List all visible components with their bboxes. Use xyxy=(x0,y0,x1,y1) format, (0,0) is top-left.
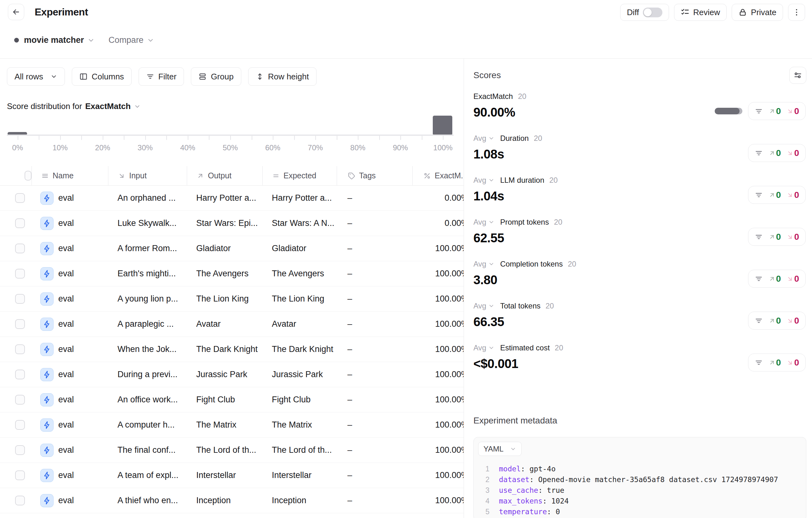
metric-filter-group[interactable]: 0 0 xyxy=(748,186,806,204)
row-checkbox[interactable] xyxy=(15,243,25,253)
scores-title: Scores xyxy=(473,70,501,80)
column-header-expected[interactable]: Expected xyxy=(262,166,337,185)
table-row[interactable]: eval When the Jok... The Dark Knight The… xyxy=(0,337,464,362)
table-row[interactable]: eval A former Rom... Gladiator Gladiator… xyxy=(0,236,464,261)
improvements-count[interactable]: 0 xyxy=(768,274,781,284)
eval-bolt-icon xyxy=(40,419,54,432)
table-row[interactable]: eval Earth's mighti... The Avengers The … xyxy=(0,261,464,286)
review-button[interactable]: Review xyxy=(674,4,727,21)
aggregate-dropdown[interactable]: Avg xyxy=(473,343,494,352)
chevron-down-icon[interactable] xyxy=(147,36,154,44)
cell-input: Luke Skywalk... xyxy=(108,218,187,228)
chevron-down-icon[interactable] xyxy=(87,36,95,44)
column-header-output[interactable]: Output xyxy=(187,166,262,185)
group-button[interactable]: Group xyxy=(191,67,241,86)
select-all-checkbox[interactable] xyxy=(25,171,31,180)
table-row[interactable]: eval A team of expl... Interstellar Inte… xyxy=(0,463,464,488)
all-rows-dropdown[interactable]: All rows xyxy=(7,67,65,86)
more-options-button[interactable] xyxy=(788,4,805,21)
regressions-count[interactable]: 0 xyxy=(786,232,799,242)
cell-output: Interstellar xyxy=(187,470,262,480)
table-row[interactable]: eval A thief who en... Inception Incepti… xyxy=(0,488,464,513)
row-checkbox[interactable] xyxy=(15,193,25,203)
arrow-up-right-icon xyxy=(197,172,204,180)
percent-icon xyxy=(423,172,431,180)
metric-filter-group[interactable]: 0 0 xyxy=(748,270,806,288)
improvements-count[interactable]: 0 xyxy=(768,232,781,242)
aggregate-dropdown[interactable]: Avg xyxy=(473,301,494,310)
cell-input: A thief who en... xyxy=(108,496,187,506)
column-header-tags[interactable]: Tags xyxy=(337,166,412,185)
metric-filter-group[interactable]: 0 0 xyxy=(748,228,806,246)
metric-count: 20 xyxy=(549,176,558,185)
row-checkbox[interactable] xyxy=(15,269,25,279)
chevron-down-icon xyxy=(50,73,57,80)
cell-score: 100.00% xyxy=(412,496,464,506)
yaml-code: 1model: gpt-4o 2dataset: Opened-movie ma… xyxy=(478,463,806,517)
improvements-count[interactable]: 0 xyxy=(768,148,781,158)
table-row[interactable]: eval Luke Skywalk... Star Wars: Epi... S… xyxy=(0,211,464,236)
table-row[interactable]: eval A computer h... The Matrix The Matr… xyxy=(0,412,464,438)
improvements-count[interactable]: 0 xyxy=(768,190,781,200)
row-checkbox[interactable] xyxy=(15,344,25,354)
row-checkbox[interactable] xyxy=(15,395,25,405)
table-row[interactable]: eval A young lion p... The Lion King The… xyxy=(0,286,464,312)
cell-expected: The Matrix xyxy=(262,420,337,430)
scores-settings-button[interactable] xyxy=(789,67,806,84)
columns-icon xyxy=(79,73,88,81)
table-row[interactable]: eval The final conf... The Lord of th...… xyxy=(0,438,464,463)
private-button[interactable]: Private xyxy=(732,4,783,21)
column-header-exactmatch[interactable]: ExactM... xyxy=(412,166,464,185)
format-selector[interactable]: YAML xyxy=(478,442,522,456)
row-checkbox[interactable] xyxy=(15,319,25,329)
row-checkbox[interactable] xyxy=(15,496,25,506)
cell-expected: The Lord of th... xyxy=(262,445,337,455)
improvements-count[interactable]: 0 xyxy=(768,106,781,116)
back-button[interactable] xyxy=(8,4,24,20)
table-row[interactable]: eval An office work... Fight Club Fight … xyxy=(0,387,464,412)
metric-filter-group[interactable]: 0 0 xyxy=(748,144,806,162)
regressions-count[interactable]: 0 xyxy=(786,190,799,200)
table-row[interactable]: eval A paraplegic ... Avatar Avatar – 10… xyxy=(0,312,464,337)
row-checkbox[interactable] xyxy=(15,445,25,455)
experiment-name-dropdown[interactable]: movie matcher xyxy=(24,35,84,45)
diff-toggle-button[interactable]: Diff xyxy=(620,4,669,21)
metric-filter-group[interactable]: 0 0 xyxy=(748,312,806,329)
columns-button[interactable]: Columns xyxy=(72,67,132,86)
row-name: eval xyxy=(58,344,74,354)
regressions-count[interactable]: 0 xyxy=(786,357,799,368)
aggregate-dropdown[interactable]: Avg xyxy=(473,176,494,185)
row-checkbox[interactable] xyxy=(15,218,25,228)
diff-toggle-switch[interactable] xyxy=(643,7,662,17)
regressions-count[interactable]: 0 xyxy=(786,148,799,158)
improvements-count[interactable]: 0 xyxy=(768,357,781,368)
table-row[interactable]: eval During a previ... Jurassic Park Jur… xyxy=(0,362,464,387)
column-header-name[interactable]: Name xyxy=(31,166,108,185)
aggregate-dropdown[interactable]: Avg xyxy=(473,134,494,143)
row-height-button[interactable]: Row height xyxy=(248,67,317,86)
compare-dropdown[interactable]: Compare xyxy=(109,35,144,45)
improvements-count[interactable]: 0 xyxy=(768,316,781,326)
filter-icon xyxy=(755,358,763,367)
row-checkbox[interactable] xyxy=(15,370,25,379)
metric-filter-group[interactable]: 0 0 xyxy=(748,102,806,120)
trend-up-icon xyxy=(768,233,776,240)
metric-filter-group[interactable]: 0 0 xyxy=(748,353,806,372)
regressions-count[interactable]: 0 xyxy=(786,274,799,284)
trend-up-icon xyxy=(768,150,776,156)
filter-button[interactable]: Filter xyxy=(139,67,184,86)
cell-tags: – xyxy=(337,243,412,253)
aggregate-dropdown[interactable]: Avg xyxy=(473,260,494,268)
menu-icon xyxy=(41,172,49,180)
row-checkbox[interactable] xyxy=(15,294,25,304)
row-checkbox[interactable] xyxy=(15,470,25,480)
regressions-count[interactable]: 0 xyxy=(786,316,799,326)
column-header-input[interactable]: Input xyxy=(108,166,187,185)
metric-estimated-cost: Avg Estimated cost 20 <$0.001 0 0 xyxy=(473,343,806,385)
table-row[interactable]: eval An orphaned ... Harry Potter a... H… xyxy=(0,185,464,211)
row-checkbox[interactable] xyxy=(15,420,25,430)
regressions-count[interactable]: 0 xyxy=(786,106,799,116)
metric-name: Duration xyxy=(500,134,529,143)
aggregate-dropdown[interactable]: Avg xyxy=(473,218,494,227)
score-distribution-selector[interactable]: Score distribution for ExactMatch xyxy=(7,102,464,111)
